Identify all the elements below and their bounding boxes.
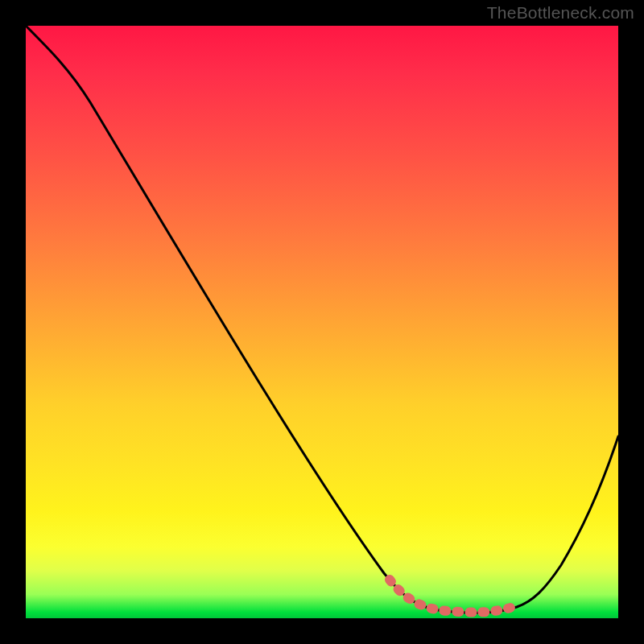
plot-area xyxy=(26,26,618,618)
bottleneck-curve xyxy=(26,26,618,613)
chart-frame: TheBottleneck.com xyxy=(0,0,644,644)
watermark-text: TheBottleneck.com xyxy=(487,3,634,23)
valley-highlight xyxy=(390,580,513,613)
bottleneck-curve-svg xyxy=(26,26,618,618)
